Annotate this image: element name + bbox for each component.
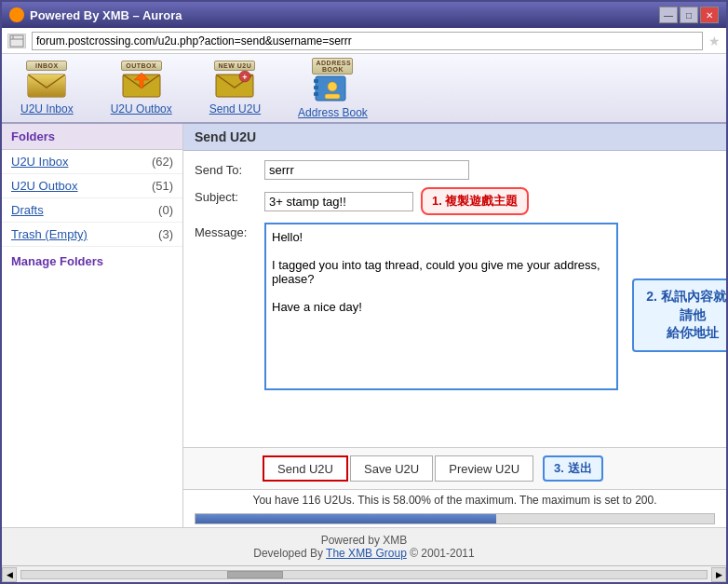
message-annotation: 2. 私訊內容就是請他給你地址: [632, 278, 726, 352]
inbox-label: U2U Inbox: [20, 102, 74, 115]
message-label: Message:: [195, 223, 264, 239]
scrollbar-track[interactable]: [20, 570, 708, 579]
main-content: Folders U2U Inbox (62) U2U Outbox (51) D…: [2, 124, 726, 527]
outbox-icon-wrapper: OUTBOX: [121, 61, 162, 99]
send-u2u-button[interactable]: Send U2U: [263, 455, 348, 482]
nav-address-book[interactable]: ADDRESS BOOK Address Book: [298, 58, 368, 119]
address-book-icon: [312, 75, 353, 102]
manage-folders-section: Manage Folders: [2, 247, 182, 276]
scroll-left-btn[interactable]: ◀: [2, 567, 17, 582]
sidebar-trash-label: Trash (Empty): [11, 227, 88, 241]
sidebar: Folders U2U Inbox (62) U2U Outbox (51) D…: [2, 124, 183, 527]
xmb-group-link[interactable]: The XMB Group: [326, 547, 407, 560]
address-book-icon-wrapper: ADDRESS BOOK: [312, 58, 353, 102]
page-icon: [7, 34, 26, 48]
send-u2u-header: Send U2U: [183, 124, 726, 151]
svg-rect-15: [325, 94, 340, 99]
footer: Powered by XMB Developed By The XMB Grou…: [2, 527, 726, 565]
sidebar-outbox-count: (51): [152, 179, 173, 193]
subject-label: Subject:: [195, 187, 264, 204]
subject-input[interactable]: [264, 192, 413, 211]
send-to-row: Send To:: [195, 160, 715, 180]
inbox-icon: [26, 71, 67, 99]
svg-rect-0: [10, 35, 23, 47]
nav-outbox[interactable]: OUTBOX U2U Outbox: [111, 61, 172, 115]
app-icon: [9, 7, 24, 22]
svg-text:+: +: [243, 73, 248, 82]
message-input[interactable]: Hello! I tagged you into tag thread, cou…: [264, 223, 618, 390]
sidebar-outbox-label: U2U Outbox: [11, 179, 78, 193]
outbox-label: U2U Outbox: [111, 102, 172, 115]
svg-rect-12: [314, 86, 318, 89]
status-bar: You have 116 U2Us. This is 58.00% of the…: [183, 489, 726, 510]
title-bar-left: Powered By XMB – Aurora: [9, 7, 182, 22]
progress-bar: [195, 514, 496, 523]
address-book-label: Address Book: [298, 106, 368, 119]
send-to-input[interactable]: [264, 160, 469, 180]
send-to-label: Send To:: [195, 160, 264, 177]
preview-u2u-button[interactable]: Preview U2U: [435, 455, 533, 482]
sidebar-drafts-count: (0): [158, 203, 173, 217]
sidebar-item-outbox[interactable]: U2U Outbox (51): [2, 174, 182, 198]
close-button[interactable]: ✕: [700, 7, 719, 23]
window-controls: — □ ✕: [659, 7, 719, 23]
address-book-tag: ADDRESS BOOK: [312, 58, 353, 75]
footer-copyright: © 2001-2011: [407, 547, 475, 560]
new-u2u-icon-wrapper: NEW U2U +: [214, 61, 255, 99]
sidebar-trash-count: (3): [158, 227, 173, 241]
svg-rect-11: [314, 79, 318, 83]
sidebar-inbox-count: (62): [152, 155, 173, 169]
inbox-icon-wrapper: INBOX: [26, 61, 67, 99]
scrollbar-thumb[interactable]: [227, 571, 283, 578]
nav-send-u2u[interactable]: NEW U2U + Send U2U: [209, 61, 261, 115]
svg-rect-13: [314, 92, 318, 96]
send-u2u-label: Send U2U: [209, 102, 261, 115]
window-title: Powered By XMB – Aurora: [30, 8, 182, 22]
sidebar-item-inbox[interactable]: U2U Inbox (62): [2, 150, 182, 174]
folders-header: Folders: [2, 124, 182, 150]
new-u2u-tag: NEW U2U: [214, 61, 255, 71]
message-container: Hello! I tagged you into tag thread, cou…: [264, 223, 618, 393]
bookmark-star[interactable]: ★: [708, 34, 721, 48]
manage-folders-link[interactable]: Manage Folders: [11, 254, 103, 268]
footer-developed-pre: Developed By: [253, 547, 326, 560]
maximize-button[interactable]: □: [680, 7, 698, 23]
nav-bar: INBOX U2U Inbox OUTBOX: [2, 54, 726, 124]
outbox-icon: [121, 71, 162, 99]
minimize-button[interactable]: —: [659, 7, 678, 23]
status-text: You have 116 U2Us. This is 58.00% of the…: [253, 494, 657, 507]
sidebar-item-drafts[interactable]: Drafts (0): [2, 198, 182, 223]
save-u2u-button[interactable]: Save U2U: [350, 455, 433, 482]
send-annotation: 3. 送出: [543, 455, 602, 482]
message-row: Message: Hello! I tagged you into tag th…: [195, 223, 715, 393]
footer-line2: Developed By The XMB Group © 2001-2011: [7, 547, 721, 560]
scroll-right-btn[interactable]: ▶: [711, 567, 726, 582]
right-panel: Send U2U Send To: Subject: 1. 複製遊戲主題: [183, 124, 726, 527]
buttons-row: Send U2U Save U2U Preview U2U 3. 送出: [183, 447, 726, 489]
subject-input-area: 1. 複製遊戲主題: [264, 187, 715, 215]
sidebar-drafts-label: Drafts: [11, 203, 44, 217]
new-u2u-icon: +: [214, 71, 255, 99]
nav-inbox[interactable]: INBOX U2U Inbox: [20, 61, 74, 115]
address-bar: ★: [2, 28, 726, 54]
subject-row: Subject: 1. 複製遊戲主題: [195, 187, 715, 215]
outbox-tag: OUTBOX: [121, 61, 162, 71]
sidebar-inbox-label: U2U Inbox: [11, 155, 68, 169]
progress-container: [195, 513, 715, 524]
svg-point-14: [328, 82, 337, 91]
scrollbar-area: ◀ ▶: [2, 565, 726, 582]
main-window: Powered By XMB – Aurora — □ ✕ ★ INBOX: [0, 0, 728, 584]
footer-line1: Powered by XMB: [7, 534, 721, 547]
url-input[interactable]: [32, 32, 703, 50]
form-area: Send To: Subject: 1. 複製遊戲主題 Message: Hel…: [183, 151, 726, 447]
sidebar-item-trash[interactable]: Trash (Empty) (3): [2, 223, 182, 247]
title-bar: Powered By XMB – Aurora — □ ✕: [2, 2, 726, 28]
inbox-tag: INBOX: [26, 61, 67, 71]
subject-annotation: 1. 複製遊戲主題: [421, 187, 529, 215]
